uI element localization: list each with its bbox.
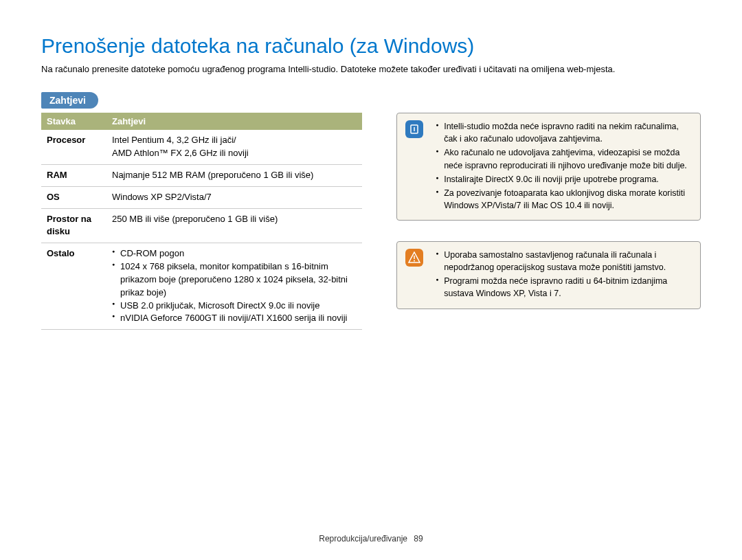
table-row: OS Windows XP SP2/Vista/7	[41, 186, 362, 208]
table-header-req: Zahtjevi	[106, 113, 362, 130]
table-header-item: Stavka	[41, 113, 106, 130]
table-row: RAM Najmanje 512 MB RAM (preporučeno 1 G…	[41, 164, 362, 186]
page-title: Prenošenje datoteka na računalo (za Wind…	[41, 34, 701, 58]
cell-other-label: Ostalo	[41, 243, 106, 330]
svg-point-4	[414, 260, 415, 262]
cell-ram-value: Najmanje 512 MB RAM (preporučeno 1 GB il…	[106, 164, 362, 186]
requirements-table: Stavka Zahtjevi Procesor Intel Pentium 4…	[41, 113, 362, 330]
cell-ram-label: RAM	[41, 164, 106, 186]
cell-disk-value: 250 MB ili više (preporučeno 1 GB ili vi…	[106, 208, 362, 243]
cell-processor-value: Intel Pentium 4, 3,2 GHz ili jači/ AMD A…	[106, 130, 362, 164]
cell-disk-label: Prostor na disku	[41, 208, 106, 243]
table-row: Ostalo CD-ROM pogon 1024 x 768 piksela, …	[41, 243, 362, 330]
info-item: Instalirajte DirectX 9.0c ili noviji pri…	[436, 173, 690, 186]
warning-note: Uporaba samostalno sastavljenog računala…	[396, 241, 701, 309]
table-row: Procesor Intel Pentium 4, 3,2 GHz ili ja…	[41, 130, 362, 164]
page-footer: Reprodukcija/uređivanje 89	[0, 534, 742, 544]
warning-item: Programi možda neće ispravno raditi u 64…	[436, 275, 690, 300]
intro-text: Na računalo prenesite datoteke pomoću ug…	[41, 63, 701, 76]
spec-item: nVIDIA Geforce 7600GT ili noviji/ATI X16…	[112, 312, 357, 325]
spec-item: 1024 x 768 piksela, monitor kompatibilan…	[112, 260, 357, 300]
warning-item: Uporaba samostalno sastavljenog računala…	[436, 249, 690, 273]
spec-item: USB 2.0 priključak, Microsoft DirectX 9.…	[112, 300, 357, 313]
spec-item: CD-ROM pogon	[112, 247, 357, 260]
footer-section-label: Reprodukcija/uređivanje	[319, 534, 407, 544]
info-note: Intelli-studio možda neće ispravno radit…	[396, 113, 701, 221]
info-item: Intelli-studio možda neće ispravno radit…	[436, 120, 690, 145]
left-column: Stavka Zahtjevi Procesor Intel Pentium 4…	[41, 113, 362, 330]
table-row: Prostor na disku 250 MB ili više (prepor…	[41, 208, 362, 243]
info-item: Ako računalo ne udovoljava zahtjevima, v…	[436, 146, 690, 171]
section-heading-requirements: Zahtjevi	[41, 92, 98, 109]
right-column: Intelli-studio možda neće ispravno radit…	[396, 113, 701, 330]
cell-os-value: Windows XP SP2/Vista/7	[106, 186, 362, 208]
page-number: 89	[414, 534, 423, 544]
info-item: Za povezivanje fotoaparata kao uklonjivo…	[436, 187, 690, 212]
cell-os-label: OS	[41, 186, 106, 208]
warning-icon	[405, 249, 423, 267]
info-icon	[405, 120, 423, 138]
cell-other-value: CD-ROM pogon 1024 x 768 piksela, monitor…	[106, 243, 362, 330]
cell-processor-label: Procesor	[41, 130, 106, 164]
